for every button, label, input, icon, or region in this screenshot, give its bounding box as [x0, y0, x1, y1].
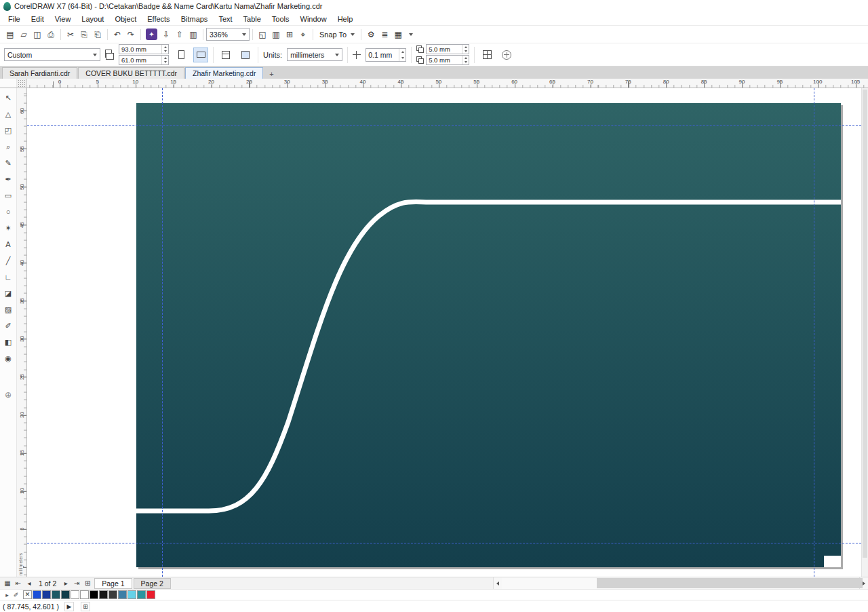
- snapping-icon[interactable]: ⌖: [296, 28, 310, 41]
- interactive-fill-tool[interactable]: ◧: [0, 334, 16, 350]
- document-tab[interactable]: Sarah Fardianti.cdr: [2, 67, 77, 79]
- spin-down-button[interactable]: [399, 55, 406, 61]
- guide-horizontal-top[interactable]: [27, 125, 861, 126]
- application-launcher-icon[interactable]: ✦: [146, 28, 157, 40]
- transparency-tool[interactable]: ▨: [0, 301, 16, 318]
- scroll-left-button[interactable]: [493, 577, 502, 589]
- smart-fill-tool[interactable]: ◉: [0, 350, 16, 366]
- shape-tool[interactable]: △: [0, 106, 16, 122]
- title-bar[interactable]: CorelDRAW X7 (64-Bit) - D:\Cetakan\Badge…: [0, 0, 868, 12]
- document-grid-icon[interactable]: ⊞: [81, 602, 90, 611]
- swatch-teal[interactable]: [137, 590, 146, 599]
- prev-page-icon[interactable]: ◂: [24, 578, 35, 589]
- units-select[interactable]: millimeters: [287, 48, 342, 61]
- guide-horizontal-bottom[interactable]: [27, 543, 861, 543]
- add-page-icon[interactable]: ⊞: [82, 578, 93, 589]
- horizontal-ruler[interactable]: 0510152025303540455055606570758085909510…: [27, 79, 868, 88]
- options-icon[interactable]: ⚙: [364, 28, 378, 41]
- copy-icon[interactable]: ⎘: [77, 28, 91, 41]
- drawing-page[interactable]: [136, 103, 841, 567]
- swatch-dark-blue[interactable]: [42, 590, 51, 599]
- menu-item[interactable]: Help: [332, 14, 359, 24]
- horizontal-scrollbar[interactable]: [493, 577, 868, 589]
- connector-tool[interactable]: ∟: [0, 269, 16, 285]
- show-grid-icon[interactable]: ⊞: [283, 28, 296, 41]
- swatch-light-cyan[interactable]: [127, 590, 136, 599]
- menu-item[interactable]: Table: [238, 14, 267, 24]
- spin-down-button[interactable]: [162, 60, 168, 65]
- ruler-origin-button[interactable]: [17, 79, 27, 88]
- card-background-rect[interactable]: [136, 103, 841, 567]
- color-eyedropper-tool[interactable]: ✐: [0, 318, 16, 334]
- zoom-tool[interactable]: ⌕: [0, 138, 16, 155]
- vertical-scrollbar[interactable]: [861, 88, 868, 577]
- landscape-orientation-button[interactable]: [193, 47, 208, 62]
- paste-icon[interactable]: ⎗: [91, 28, 104, 41]
- menu-item[interactable]: Tools: [267, 14, 295, 24]
- palette-expand-icon[interactable]: ▸: [3, 590, 12, 600]
- swatch-white[interactable]: [71, 590, 79, 599]
- guide-vertical-right[interactable]: [814, 88, 814, 577]
- menu-item[interactable]: Edit: [26, 14, 50, 24]
- save-icon[interactable]: ◫: [31, 28, 44, 41]
- new-document-icon[interactable]: ▤: [3, 28, 17, 41]
- show-rulers-icon[interactable]: ▥: [269, 28, 283, 41]
- open-icon[interactable]: ▱: [17, 28, 31, 41]
- snap-to-dropdown[interactable]: Snap To: [316, 31, 358, 39]
- zoom-level-select[interactable]: 336%: [206, 28, 250, 41]
- duplicate-distance-y-input[interactable]: 5.0 mm: [426, 55, 469, 65]
- guide-vertical-left[interactable]: [162, 88, 163, 577]
- menu-item[interactable]: File: [3, 14, 26, 24]
- drop-shadow-tool[interactable]: ◪: [0, 285, 16, 301]
- undo-icon[interactable]: ↶: [111, 28, 124, 41]
- page-height-input[interactable]: 61.0 mm: [119, 55, 169, 65]
- import-icon[interactable]: ⇩: [159, 28, 173, 41]
- new-document-tab-button[interactable]: +: [266, 69, 277, 79]
- menu-item[interactable]: Bitmaps: [176, 14, 214, 24]
- swatch-near-black[interactable]: [99, 590, 108, 599]
- current-page-button[interactable]: [238, 47, 253, 62]
- export-icon[interactable]: ⇧: [173, 28, 186, 41]
- duplicate-distance-x-input[interactable]: 5.0 mm: [426, 44, 469, 54]
- crop-tool[interactable]: ◰: [0, 122, 16, 138]
- pick-tool[interactable]: ↖: [0, 90, 16, 106]
- page-tab[interactable]: Page 1: [94, 578, 132, 589]
- swatch-black[interactable]: [90, 590, 98, 599]
- page-tab[interactable]: Page 2: [134, 578, 171, 589]
- corner-mark[interactable]: [824, 556, 841, 567]
- horizontal-scrollbar-thumb[interactable]: [597, 578, 863, 588]
- menu-item[interactable]: View: [50, 14, 77, 24]
- app-menu-icon[interactable]: ▦: [391, 28, 405, 41]
- text-tool[interactable]: A: [0, 236, 16, 252]
- drawing-canvas[interactable]: [27, 88, 861, 577]
- menu-item[interactable]: Layout: [76, 14, 109, 24]
- polygon-tool[interactable]: ✶: [0, 220, 16, 236]
- rectangle-tool[interactable]: ▭: [0, 187, 16, 204]
- artistic-media-tool[interactable]: ✒: [0, 171, 16, 187]
- launch-target-button[interactable]: [499, 47, 514, 62]
- swatch-white-2[interactable]: [80, 590, 89, 599]
- swatch-blue[interactable]: [33, 590, 41, 599]
- menu-item[interactable]: Object: [109, 14, 142, 24]
- macro-play-icon[interactable]: ▶: [64, 602, 74, 611]
- page-width-input[interactable]: 93.0 mm: [119, 44, 169, 54]
- treat-as-filled-button[interactable]: [479, 47, 494, 62]
- fullscreen-preview-icon[interactable]: ◱: [256, 28, 269, 41]
- document-tab[interactable]: COVER BUKU BETTTTT.cdr: [78, 67, 184, 79]
- spin-down-button[interactable]: [462, 50, 469, 54]
- swatch-red[interactable]: [146, 590, 155, 599]
- swatch-steel-blue[interactable]: [118, 590, 127, 599]
- horizontal-scrollbar-track[interactable]: [502, 577, 859, 589]
- vertical-ruler[interactable]: 605550454035302520151050 millimeters: [17, 88, 27, 577]
- palette-eyedropper-icon[interactable]: ✐: [12, 590, 20, 600]
- freehand-tool[interactable]: ✎: [0, 155, 16, 171]
- swatch-deep-teal[interactable]: [61, 590, 70, 599]
- cut-icon[interactable]: ✂: [64, 28, 77, 41]
- add-tool-button[interactable]: ⊕: [0, 387, 16, 403]
- swatch-dark-teal[interactable]: [52, 590, 60, 599]
- dockers-icon[interactable]: ≣: [378, 28, 391, 41]
- spin-down-button[interactable]: [162, 50, 168, 54]
- page-sorter-icon[interactable]: ▦: [2, 578, 13, 589]
- ellipse-tool[interactable]: ○: [0, 204, 16, 220]
- menu-item[interactable]: Window: [295, 14, 332, 24]
